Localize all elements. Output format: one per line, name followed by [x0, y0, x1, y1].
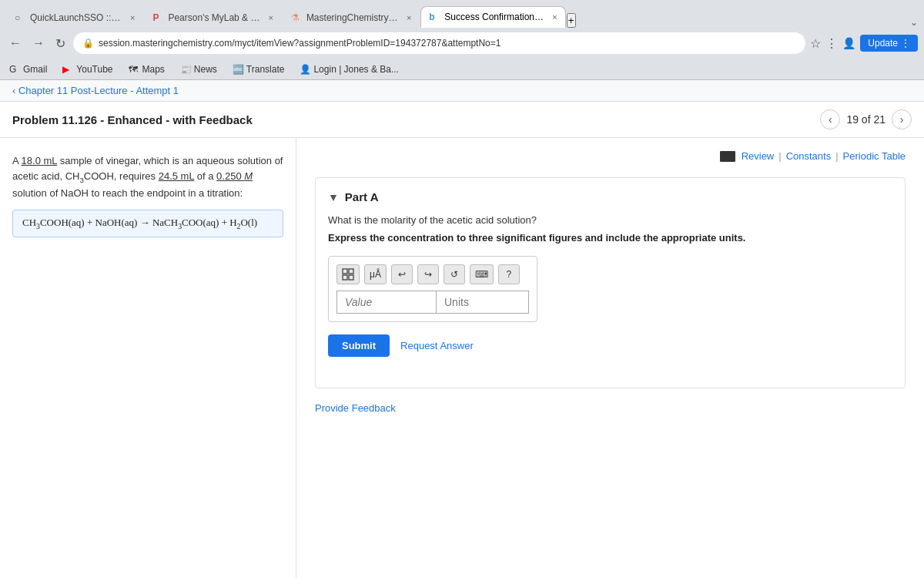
bookmark-maps-label: Maps	[142, 64, 165, 75]
breadcrumb[interactable]: ‹ Chapter 11 Post-Lecture - Attempt 1	[12, 85, 179, 96]
new-tab-button[interactable]: +	[567, 13, 576, 28]
part-a-section: ▼ Part A What is the molarity of the ace…	[315, 177, 906, 388]
tab-close-4[interactable]: ×	[552, 12, 557, 22]
prev-problem-button[interactable]: ‹	[820, 109, 840, 129]
part-title: Part A	[345, 190, 379, 203]
tab-close-3[interactable]: ×	[407, 13, 411, 22]
answer-toolbar: μÅ ↩ ↪ ↺ ⌨ ?	[336, 264, 529, 284]
tab-label-1: QuickLaunchSSO :: Single Sign	[30, 12, 122, 23]
tab-success[interactable]: b Success Confirmation of Ques ×	[420, 6, 565, 28]
bookmark-youtube[interactable]: ▶ YouTube	[59, 62, 116, 76]
left-panel: A 18.0 mL sample of vinegar, which is an…	[0, 138, 296, 578]
provide-feedback-link[interactable]: Provide Feedback	[315, 402, 396, 414]
tab-label-4: Success Confirmation of Ques	[444, 12, 544, 22]
tab-pearson[interactable]: P Pearson's MyLab & Mastering ×	[144, 6, 281, 28]
keyboard-button[interactable]: ⌨	[470, 264, 494, 284]
bookmark-youtube-label: YouTube	[76, 64, 112, 75]
forward-button[interactable]: →	[29, 33, 48, 53]
part-collapse-arrow[interactable]: ▼	[328, 191, 339, 203]
volume-ml-2: 24.5 mL	[159, 170, 195, 182]
periodic-table-link[interactable]: Periodic Table	[843, 150, 906, 162]
problem-title: Problem 11.126 - Enhanced - with Feedbac…	[12, 113, 253, 126]
reset-button[interactable]: ↺	[444, 264, 465, 284]
action-row: Submit Request Answer	[328, 334, 892, 357]
svg-rect-3	[349, 275, 353, 280]
problem-header: Problem 11.126 - Enhanced - with Feedbac…	[0, 102, 924, 138]
login-icon: 👤	[300, 64, 310, 75]
next-problem-button[interactable]: ›	[892, 109, 912, 129]
news-icon: 📰	[180, 64, 191, 75]
bookmark-gmail[interactable]: G Gmail	[6, 62, 50, 76]
undo-button[interactable]: ↩	[391, 264, 413, 284]
matrix-button[interactable]	[336, 264, 360, 284]
symbol-button[interactable]: μÅ	[364, 264, 387, 284]
tab-label-3: MasteringChemistry: Chapter	[306, 12, 399, 23]
resource-links: Review | Constants | Periodic Table	[315, 150, 906, 162]
tab-label-2: Pearson's MyLab & Mastering	[168, 12, 260, 23]
maps-icon: 🗺	[129, 64, 139, 75]
svg-rect-1	[349, 269, 353, 274]
right-panel: Review | Constants | Periodic Table ▼ Pa…	[296, 138, 924, 578]
tab-favicon-3: ⚗	[291, 12, 302, 23]
units-input[interactable]	[437, 291, 529, 314]
lock-icon: 🔒	[82, 38, 94, 49]
help-button[interactable]: ?	[498, 264, 520, 284]
part-header: ▼ Part A	[328, 190, 892, 203]
bookmark-login[interactable]: 👤 Login | Jones & Ba...	[296, 62, 402, 76]
chemical-equation: CH3COOH(aq) + NaOH(aq) → NaCH3COO(aq) + …	[12, 210, 283, 237]
tab-favicon-1: ○	[15, 12, 25, 23]
tab-actions: ⌄	[910, 17, 918, 28]
gmail-icon: G	[9, 64, 20, 75]
url-text: session.masteringchemistry.com/myct/item…	[99, 38, 500, 49]
top-bar: ‹ Chapter 11 Post-Lecture - Attempt 1	[0, 80, 924, 102]
bookmark-gmail-label: Gmail	[23, 64, 47, 75]
reload-button[interactable]: ↻	[52, 33, 69, 54]
sep-2: |	[835, 150, 838, 162]
svg-rect-0	[343, 269, 347, 274]
problem-text: A 18.0 mL sample of vinegar, which is an…	[12, 153, 283, 200]
value-input[interactable]	[336, 291, 437, 314]
bookmarks-bar: G Gmail ▶ YouTube 🗺 Maps 📰 News 🔤 Transl…	[0, 59, 924, 80]
constants-link[interactable]: Constants	[786, 150, 832, 162]
request-answer-link[interactable]: Request Answer	[400, 340, 474, 351]
bookmark-icon[interactable]: ☆	[810, 36, 821, 51]
back-button[interactable]: ←	[6, 33, 25, 53]
tab-mastering[interactable]: ⚗ MasteringChemistry: Chapter ×	[283, 6, 420, 28]
bookmark-translate-label: Translate	[246, 64, 285, 75]
settings-icon[interactable]: ⋮	[825, 36, 838, 51]
bookmark-maps[interactable]: 🗺 Maps	[126, 62, 168, 76]
nav-controls: ‹ 19 of 21 ›	[820, 109, 912, 129]
page: ‹ Chapter 11 Post-Lecture - Attempt 1 Pr…	[0, 80, 924, 578]
answer-area: μÅ ↩ ↪ ↺ ⌨ ?	[328, 256, 537, 322]
molarity-m: 0.250 M	[216, 170, 253, 182]
question-text: What is the molarity of the acetic acid …	[328, 214, 892, 226]
redo-button[interactable]: ↪	[417, 264, 439, 284]
tab-close-2[interactable]: ×	[268, 13, 273, 22]
bookmark-translate[interactable]: 🔤 Translate	[229, 62, 288, 76]
sep-1: |	[778, 150, 781, 162]
review-link[interactable]: Review	[742, 150, 775, 162]
tab-favicon-4: b	[429, 12, 440, 22]
tab-quicklaunch[interactable]: ○ QuickLaunchSSO :: Single Sign ×	[6, 6, 143, 28]
bookmark-login-label: Login | Jones & Ba...	[313, 64, 399, 75]
youtube-icon: ▶	[62, 64, 73, 75]
profile-icon[interactable]: 👤	[842, 37, 855, 49]
input-row	[336, 291, 529, 314]
bookmark-news[interactable]: 📰 News	[177, 62, 220, 76]
page-count: 19 of 21	[846, 113, 886, 126]
instruction-text: Express the concentration to three signi…	[328, 232, 892, 244]
volume-ml-1: 18.0 mL	[22, 155, 58, 166]
address-bar: ← → ↻ 🔒 session.masteringchemistry.com/m…	[0, 28, 924, 59]
tab-favicon-2: P	[152, 12, 163, 23]
update-button[interactable]: Update ⋮	[860, 35, 918, 52]
main-content: A 18.0 mL sample of vinegar, which is an…	[0, 138, 924, 578]
tab-bar: ○ QuickLaunchSSO :: Single Sign × P Pear…	[0, 0, 924, 28]
tab-down-chevron[interactable]: ⌄	[910, 17, 918, 28]
resources-icon	[720, 151, 735, 162]
svg-rect-2	[343, 275, 347, 280]
submit-button[interactable]: Submit	[328, 334, 390, 357]
tab-close-1[interactable]: ×	[130, 13, 135, 22]
address-input-field[interactable]: 🔒 session.masteringchemistry.com/myct/it…	[73, 32, 805, 54]
bookmark-news-label: News	[194, 64, 217, 75]
translate-icon: 🔤	[233, 64, 243, 75]
